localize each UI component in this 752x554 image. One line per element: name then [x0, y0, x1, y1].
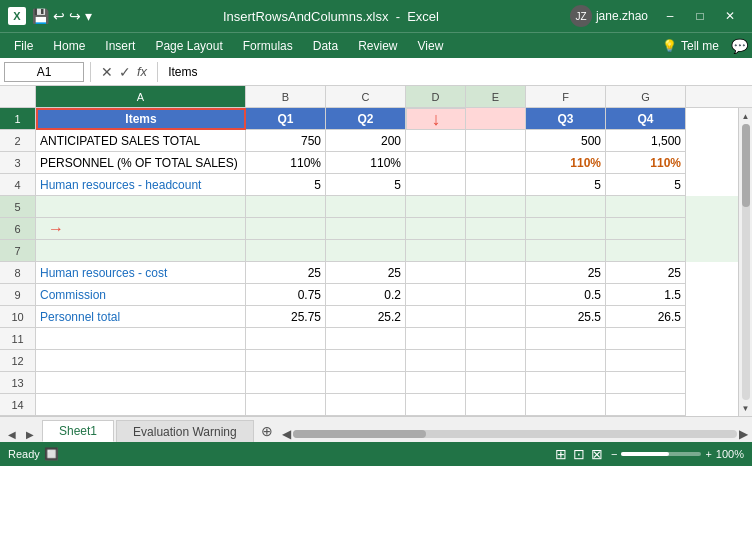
- save-icon[interactable]: 💾: [32, 8, 49, 24]
- cell-e13[interactable]: [466, 372, 526, 394]
- cell-c14[interactable]: [326, 394, 406, 416]
- close-button[interactable]: ✕: [716, 6, 744, 26]
- row-header-2[interactable]: 2: [0, 130, 35, 152]
- cell-g13[interactable]: [606, 372, 686, 394]
- cell-g7[interactable]: [606, 240, 686, 262]
- row-header-4[interactable]: 4: [0, 174, 35, 196]
- undo-icon[interactable]: ↩: [53, 8, 65, 24]
- menu-view[interactable]: View: [408, 37, 454, 55]
- col-header-d[interactable]: D: [406, 86, 466, 107]
- comment-icon[interactable]: 💬: [731, 38, 748, 54]
- cell-b10[interactable]: 25.75: [246, 306, 326, 328]
- cell-f9[interactable]: 0.5: [526, 284, 606, 306]
- cell-e10[interactable]: [466, 306, 526, 328]
- col-header-b[interactable]: B: [246, 86, 326, 107]
- col-header-a[interactable]: A: [36, 86, 246, 107]
- col-header-c[interactable]: C: [326, 86, 406, 107]
- minimize-button[interactable]: –: [656, 6, 684, 26]
- scroll-up-button[interactable]: ▲: [740, 110, 752, 122]
- cell-d14[interactable]: [406, 394, 466, 416]
- cell-a10[interactable]: Personnel total: [36, 306, 246, 328]
- cell-b11[interactable]: [246, 328, 326, 350]
- cell-f12[interactable]: [526, 350, 606, 372]
- row-header-6[interactable]: 6: [0, 218, 35, 240]
- cell-c5[interactable]: [326, 196, 406, 218]
- row-header-11[interactable]: 11: [0, 328, 35, 350]
- row-header-14[interactable]: 14: [0, 394, 35, 416]
- cell-g14[interactable]: [606, 394, 686, 416]
- scroll-thumb[interactable]: [742, 124, 750, 207]
- vertical-scrollbar[interactable]: ▲ ▼: [738, 108, 752, 416]
- cell-f5[interactable]: [526, 196, 606, 218]
- cell-c8[interactable]: 25: [326, 262, 406, 284]
- cell-c12[interactable]: [326, 350, 406, 372]
- cell-a3[interactable]: PERSONNEL (% OF TOTAL SALES): [36, 152, 246, 174]
- cell-a2[interactable]: ANTICIPATED SALES TOTAL: [36, 130, 246, 152]
- cell-d5[interactable]: [406, 196, 466, 218]
- cell-b7[interactable]: [246, 240, 326, 262]
- cell-d11[interactable]: [406, 328, 466, 350]
- cell-d7[interactable]: [406, 240, 466, 262]
- cell-a9[interactable]: Commission: [36, 284, 246, 306]
- sheet-tab-evaluation-warning[interactable]: Evaluation Warning: [116, 420, 254, 442]
- cell-a7[interactable]: [36, 240, 246, 262]
- cell-c11[interactable]: [326, 328, 406, 350]
- add-sheet-button[interactable]: ⊕: [256, 420, 278, 442]
- cell-a14[interactable]: [36, 394, 246, 416]
- menu-file[interactable]: File: [4, 37, 43, 55]
- cell-b2[interactable]: 750: [246, 130, 326, 152]
- redo-icon[interactable]: ↪: [69, 8, 81, 24]
- cell-g4[interactable]: 5: [606, 174, 686, 196]
- zoom-slider[interactable]: [621, 452, 701, 456]
- cell-e11[interactable]: [466, 328, 526, 350]
- cell-c9[interactable]: 0.2: [326, 284, 406, 306]
- cell-f7[interactable]: [526, 240, 606, 262]
- cancel-formula-icon[interactable]: ✕: [101, 64, 113, 80]
- cell-a8[interactable]: Human resources - cost: [36, 262, 246, 284]
- col-header-f[interactable]: F: [526, 86, 606, 107]
- menu-review[interactable]: Review: [348, 37, 407, 55]
- cell-d13[interactable]: [406, 372, 466, 394]
- page-break-icon[interactable]: ⊠: [591, 446, 603, 462]
- cell-a11[interactable]: [36, 328, 246, 350]
- cell-b14[interactable]: [246, 394, 326, 416]
- cell-e8[interactable]: [466, 262, 526, 284]
- cell-f2[interactable]: 500: [526, 130, 606, 152]
- name-box[interactable]: [4, 62, 84, 82]
- cell-b3[interactable]: 110%: [246, 152, 326, 174]
- cell-c2[interactable]: 200: [326, 130, 406, 152]
- tell-me[interactable]: 💡 Tell me: [658, 39, 719, 53]
- cell-f8[interactable]: 25: [526, 262, 606, 284]
- h-scroll-thumb[interactable]: [293, 430, 426, 438]
- cell-f1[interactable]: Q3: [526, 108, 606, 130]
- cell-f11[interactable]: [526, 328, 606, 350]
- cell-e3[interactable]: [466, 152, 526, 174]
- cell-e2[interactable]: [466, 130, 526, 152]
- row-header-13[interactable]: 13: [0, 372, 35, 394]
- maximize-button[interactable]: □: [686, 6, 714, 26]
- cell-b4[interactable]: 5: [246, 174, 326, 196]
- col-header-e[interactable]: E: [466, 86, 526, 107]
- row-header-12[interactable]: 12: [0, 350, 35, 372]
- cell-g6[interactable]: [606, 218, 686, 240]
- scroll-left-arrow[interactable]: ◀: [282, 427, 291, 441]
- zoom-out-icon[interactable]: −: [611, 448, 617, 460]
- confirm-formula-icon[interactable]: ✓: [119, 64, 131, 80]
- cell-g5[interactable]: [606, 196, 686, 218]
- cell-b1[interactable]: Q1: [246, 108, 326, 130]
- formula-input[interactable]: [164, 63, 748, 81]
- cell-e4[interactable]: [466, 174, 526, 196]
- cell-f4[interactable]: 5: [526, 174, 606, 196]
- row-header-5[interactable]: 5: [0, 196, 35, 218]
- cell-e1[interactable]: [466, 108, 526, 130]
- cell-a12[interactable]: [36, 350, 246, 372]
- row-header-8[interactable]: 8: [0, 262, 35, 284]
- cell-b13[interactable]: [246, 372, 326, 394]
- cell-f3[interactable]: 110%: [526, 152, 606, 174]
- cell-b5[interactable]: [246, 196, 326, 218]
- cell-g1[interactable]: Q4: [606, 108, 686, 130]
- sheet-tab-sheet1[interactable]: Sheet1: [42, 420, 114, 442]
- cell-f13[interactable]: [526, 372, 606, 394]
- cell-f10[interactable]: 25.5: [526, 306, 606, 328]
- cell-f6[interactable]: [526, 218, 606, 240]
